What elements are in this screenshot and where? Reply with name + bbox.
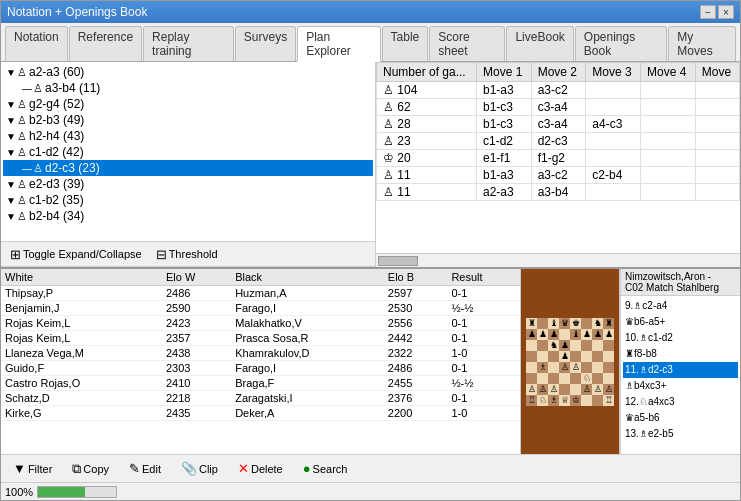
tab-table[interactable]: Table: [382, 26, 429, 61]
tab-score-sheet[interactable]: Score sheet: [429, 26, 505, 61]
toggle-expand-button[interactable]: ⊞ Toggle Expand/Collapse: [5, 244, 147, 265]
tree-toggle[interactable]: ▼: [5, 99, 17, 110]
game-row[interactable]: Rojas Keim,L 2357 Prasca Sosa,R 2442 0-1: [1, 331, 520, 346]
plan-row[interactable]: ♙ 11 a2-a3 a3-b4: [377, 184, 740, 201]
game-result: 0-1: [447, 361, 520, 376]
tree-item[interactable]: ▼ ♙ g2-g4 (52): [3, 96, 373, 112]
games-col-elob[interactable]: Elo B: [384, 269, 448, 286]
plan-row[interactable]: ♙ 23 c1-d2 d2-c3: [377, 133, 740, 150]
tree-toggle[interactable]: ▼: [5, 147, 17, 158]
tree-toggle[interactable]: ▼: [5, 131, 17, 142]
game-result: ½-½: [447, 301, 520, 316]
game-elo-b: 2442: [384, 331, 448, 346]
tree-toggle[interactable]: ▼: [5, 115, 17, 126]
col-header-move1[interactable]: Move 1: [476, 63, 531, 82]
game-row[interactable]: Kirke,G 2435 Deker,A 2200 1-0: [1, 406, 520, 421]
tree-item[interactable]: ▼ ♙ e2-d3 (39): [3, 176, 373, 192]
tree-toggle[interactable]: ▼: [5, 211, 17, 222]
notation-content[interactable]: 9.♗c2-a4 ♛b6-a5+ 10.♗c1-d2 ♜f8-b8 11.♗d2…: [621, 296, 740, 454]
plan-move5: [695, 82, 739, 99]
tree-item[interactable]: ▼ ♙ b2-b4 (34): [3, 208, 373, 224]
chess-cell: [603, 373, 614, 384]
toggle-expand-label: Toggle Expand/Collapse: [23, 248, 142, 260]
plan-row[interactable]: ♔ 20 e1-f1 f1-g2: [377, 150, 740, 167]
chess-piece: ♖: [528, 396, 536, 405]
game-row[interactable]: Schatz,D 2218 Zaragatski,I 2376 0-1: [1, 391, 520, 406]
game-row[interactable]: Llaneza Vega,M 2438 Khamrakulov,D 2322 1…: [1, 346, 520, 361]
tree-item[interactable]: ▼ ♙ b2-b3 (49): [3, 112, 373, 128]
chess-piece: ♕: [561, 396, 569, 405]
plan-row[interactable]: ♙ 28 b1-c3 c3-a4 a4-c3: [377, 116, 740, 133]
close-button[interactable]: ×: [718, 5, 734, 19]
game-white: Thipsay,P: [1, 286, 162, 301]
horizontal-scrollbar[interactable]: [376, 253, 740, 267]
filter-button[interactable]: ▼ Filter: [7, 458, 58, 479]
chess-cell: [570, 351, 581, 362]
plan-row[interactable]: ♙ 104 b1-a3 a3-c2: [377, 82, 740, 99]
plan-row[interactable]: ♙ 11 b1-a3 a3-c2 c2-b4: [377, 167, 740, 184]
tab-surveys[interactable]: Surveys: [235, 26, 296, 61]
plan-row[interactable]: ♙ 62 b1-c3 c3-a4: [377, 99, 740, 116]
tab-plan-explorer[interactable]: Plan Explorer: [297, 26, 380, 62]
tree-item[interactable]: ▼ ♙ a2-a3 (60): [3, 64, 373, 80]
games-panel[interactable]: White Elo W Black Elo B Result Thipsay,P…: [1, 269, 520, 454]
chess-cell: ♟: [559, 340, 570, 351]
chess-piece: ♞: [594, 319, 602, 328]
delete-button[interactable]: ✕ Delete: [232, 458, 289, 479]
tab-my-moves[interactable]: My Moves: [668, 26, 736, 61]
games-col-elow[interactable]: Elo W: [162, 269, 231, 286]
game-white: Castro Rojas,O: [1, 376, 162, 391]
games-col-result[interactable]: Result: [447, 269, 520, 286]
chess-cell: ♟: [559, 351, 570, 362]
delete-icon: ✕: [238, 461, 249, 476]
plan-table[interactable]: Number of ga... Move 1 Move 2 Move 3 Mov…: [376, 62, 740, 253]
tree-toggle[interactable]: —: [21, 83, 33, 94]
tab-reference[interactable]: Reference: [69, 26, 142, 61]
game-row[interactable]: Castro Rojas,O 2410 Braga,F 2455 ½-½: [1, 376, 520, 391]
tab-livebook[interactable]: LiveBook: [506, 26, 573, 61]
col-header-move5[interactable]: Move: [695, 63, 739, 82]
chess-cell: ♗: [537, 362, 548, 373]
tree-item[interactable]: — ♙ a3-b4 (11): [3, 80, 373, 96]
game-row[interactable]: Thipsay,P 2486 Huzman,A 2597 0-1: [1, 286, 520, 301]
col-header-count[interactable]: Number of ga...: [377, 63, 477, 82]
game-row[interactable]: Rojas Keim,L 2423 Malakhatko,V 2556 0-1: [1, 316, 520, 331]
plan-move4: [641, 133, 696, 150]
plan-move5: [695, 150, 739, 167]
tree-toggle[interactable]: ▼: [5, 195, 17, 206]
game-elo-w: 2423: [162, 316, 231, 331]
tree-item[interactable]: ▼ ♙ h2-h4 (43): [3, 128, 373, 144]
tab-notation[interactable]: Notation: [5, 26, 68, 61]
pin-button[interactable]: −: [700, 5, 716, 19]
clip-button[interactable]: 📎 Clip: [175, 458, 224, 479]
tree-item[interactable]: ▼ ♙ c1-d2 (42): [3, 144, 373, 160]
game-black: Braga,F: [231, 376, 384, 391]
tab-replay-training[interactable]: Replay training: [143, 26, 234, 61]
game-elo-w: 2486: [162, 286, 231, 301]
search-button[interactable]: ● Search: [297, 458, 354, 479]
tab-openings-book[interactable]: Openings Book: [575, 26, 668, 61]
edit-button[interactable]: ✎ Edit: [123, 458, 167, 479]
tree-area[interactable]: ▼ ♙ a2-a3 (60) — ♙ a3-b4 (11) ▼ ♙ g2-g4 …: [1, 62, 375, 241]
tree-item[interactable]: ▼ ♙ c1-b2 (35): [3, 192, 373, 208]
piece-icon: ♙: [17, 114, 27, 127]
tree-toggle[interactable]: —: [21, 163, 33, 174]
copy-button[interactable]: ⧉ Copy: [66, 458, 115, 480]
tree-toggle[interactable]: ▼: [5, 67, 17, 78]
games-col-black[interactable]: Black: [231, 269, 384, 286]
tree-item-selected[interactable]: — ♙ d2-c3 (23): [3, 160, 373, 176]
game-elo-w: 2357: [162, 331, 231, 346]
col-header-move2[interactable]: Move 2: [531, 63, 586, 82]
status-bar: 100%: [1, 482, 740, 500]
game-row[interactable]: Guido,F 2303 Farago,I 2486 0-1: [1, 361, 520, 376]
bottom-content: White Elo W Black Elo B Result Thipsay,P…: [1, 269, 740, 454]
game-row[interactable]: Benjamin,J 2590 Farago,I 2530 ½-½: [1, 301, 520, 316]
threshold-button[interactable]: ⊟ Threshold: [151, 244, 223, 265]
games-col-white[interactable]: White: [1, 269, 162, 286]
main-window: Notation + Openings Book − × Notation Re…: [0, 0, 741, 501]
col-header-move3[interactable]: Move 3: [586, 63, 641, 82]
chess-cell: ♞: [592, 318, 603, 329]
tree-toggle[interactable]: ▼: [5, 179, 17, 190]
col-header-move4[interactable]: Move 4: [641, 63, 696, 82]
chess-board-panel: ♜♝♛♚♞♜♟♟♟♝♟♟♟♞♟♟♗♙♙♘♙♙♙♙♙♙♖♘♗♕♔♖: [520, 269, 620, 454]
